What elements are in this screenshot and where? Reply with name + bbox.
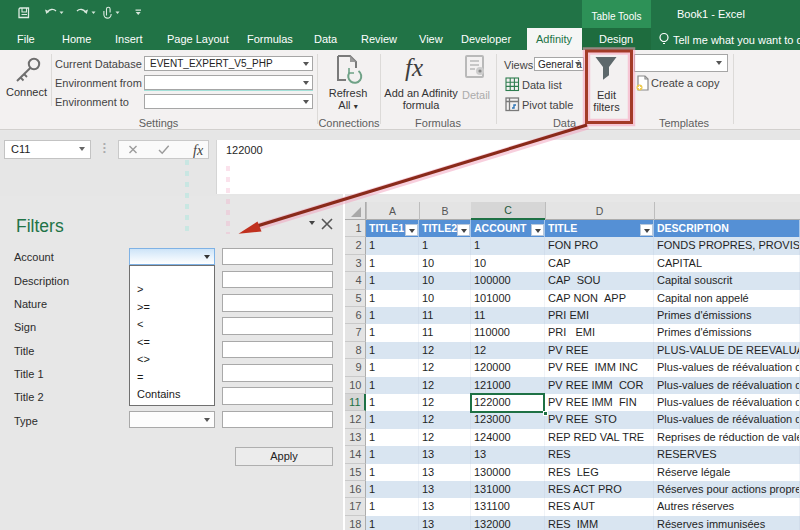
- svg-text:fx: fx: [193, 143, 204, 158]
